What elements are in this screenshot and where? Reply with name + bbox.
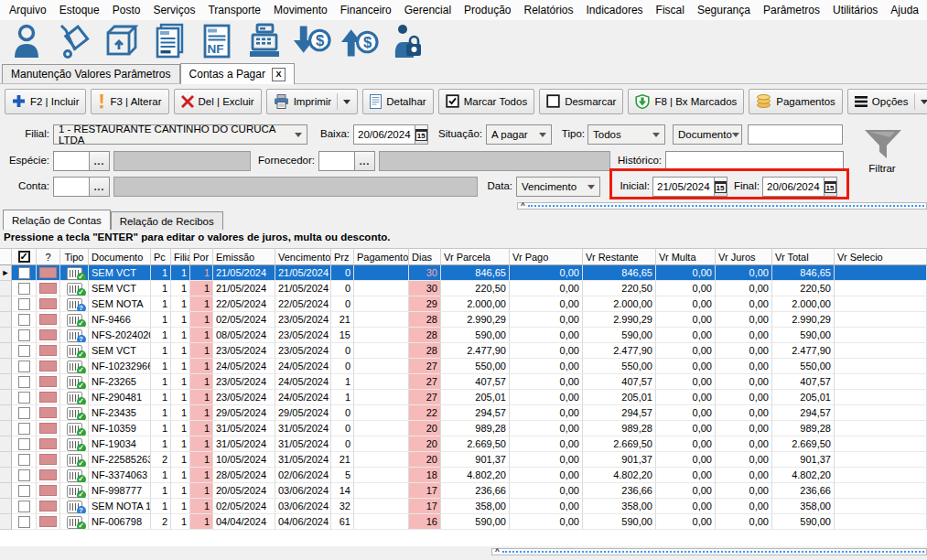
cell-row-checkbox[interactable] (12, 499, 37, 514)
cell-pago[interactable]: 0,00 (510, 312, 583, 328)
cell-multa[interactable]: 0,00 (656, 514, 716, 530)
row-checkbox[interactable] (18, 392, 30, 404)
menu-item-gerencial[interactable]: Gerencial (398, 1, 458, 19)
cell-emissao[interactable]: 21/05/2024 (213, 281, 275, 296)
cell-parcela[interactable]: 220,50 (441, 281, 510, 296)
cell-doc[interactable]: NF-19034 (89, 436, 151, 452)
cell-juros[interactable]: 0,00 (716, 312, 772, 328)
cell-status-color[interactable] (37, 296, 60, 312)
cell-doc-type[interactable]: ✓ (60, 421, 89, 436)
table-row[interactable]: ✓NF-2326511123/05/202424/05/2024127407,5… (0, 374, 927, 390)
desmarcar-button[interactable]: Desmarcar (539, 89, 623, 114)
table-row[interactable]: ►✓SEM VCT11121/05/202421/05/2024030846,6… (0, 265, 927, 281)
cell-vencimento[interactable]: 23/05/2024 (275, 312, 331, 328)
col-filial[interactable]: Filial (171, 248, 190, 265)
menu-item-indicadores[interactable]: Indicadores (580, 1, 650, 19)
cell-por[interactable]: 1 (190, 452, 213, 468)
cell-emissao[interactable]: 23/05/2024 (213, 343, 275, 359)
collapse-arrow-icon[interactable]: ^ (495, 549, 500, 555)
cell-multa[interactable]: 0,00 (656, 281, 716, 296)
cell-multa[interactable]: 0,00 (656, 265, 716, 281)
cell-row-checkbox[interactable] (12, 281, 37, 296)
col-por[interactable]: Por (190, 248, 213, 265)
dropdown-arrow-icon[interactable] (921, 100, 927, 108)
cell-dias[interactable]: 28 (409, 312, 441, 328)
col-prz[interactable]: Prz (331, 248, 354, 265)
cell-juros[interactable]: 0,00 (716, 436, 772, 452)
cell-emissao[interactable]: 21/05/2024 (213, 265, 275, 281)
cell-pagamento[interactable] (354, 436, 409, 452)
cell-pago[interactable]: 0,00 (510, 483, 583, 499)
cell-pc[interactable]: 1 (151, 405, 171, 421)
cell-pagamento[interactable] (354, 343, 409, 359)
cell-por[interactable]: 1 (190, 359, 213, 374)
cell-restante[interactable]: 407,57 (583, 374, 656, 390)
row-indicator[interactable] (0, 343, 12, 359)
col-vr-total[interactable]: Vr Total (772, 248, 835, 265)
row-indicator[interactable] (0, 405, 12, 421)
cell-parcela[interactable]: 407,57 (441, 374, 510, 390)
cell-prz[interactable]: 0 (331, 421, 354, 436)
row-checkbox[interactable] (18, 329, 30, 341)
row-indicator[interactable] (0, 468, 12, 483)
cell-filial[interactable]: 1 (171, 421, 190, 436)
invoice-icon[interactable] (149, 22, 189, 60)
cell-vencimento[interactable]: 23/05/2024 (275, 343, 331, 359)
cell-juros[interactable]: 0,00 (716, 328, 772, 343)
campo-documento-combobox[interactable]: Documento (673, 124, 742, 145)
row-indicator[interactable] (0, 483, 12, 499)
cell-dias[interactable]: 28 (409, 328, 441, 343)
cell-parcela[interactable]: 2.477,90 (441, 343, 510, 359)
cell-emissao[interactable]: 20/05/2024 (213, 483, 275, 499)
cell-selecionado[interactable] (835, 452, 927, 468)
cell-por[interactable]: 1 (190, 468, 213, 483)
cell-restante[interactable]: 2.000,00 (583, 296, 656, 312)
cell-doc[interactable]: NF-998777 (89, 483, 151, 499)
cell-multa[interactable]: 0,00 (656, 452, 716, 468)
cell-restante[interactable]: 550,00 (583, 359, 656, 374)
cell-pc[interactable]: 1 (151, 421, 171, 436)
cell-restante[interactable]: 2.990,29 (583, 312, 656, 328)
cell-pago[interactable]: 0,00 (510, 405, 583, 421)
cell-row-checkbox[interactable] (12, 328, 37, 343)
cell-juros[interactable]: 0,00 (716, 421, 772, 436)
cell-restante[interactable]: 236,66 (583, 483, 656, 499)
cell-pago[interactable]: 0,00 (510, 359, 583, 374)
cell-total[interactable]: 236,66 (772, 483, 835, 499)
cell-total[interactable]: 2.669,50 (772, 436, 835, 452)
cell-total[interactable]: 590,00 (772, 514, 835, 530)
cell-doc-type[interactable]: ✓ (60, 405, 89, 421)
cell-pagamento[interactable] (354, 390, 409, 405)
cell-prz[interactable]: 0 (331, 281, 354, 296)
cell-doc-type[interactable]: ✓ (60, 359, 89, 374)
menu-item-arquivo[interactable]: Arquivo (3, 1, 53, 19)
cell-por[interactable]: 1 (190, 312, 213, 328)
cell-selecionado[interactable] (835, 328, 927, 343)
cell-status-color[interactable] (37, 436, 60, 452)
handtruck-icon[interactable] (54, 22, 93, 60)
situacao-combobox[interactable]: A pagar (486, 124, 552, 145)
cell-selecionado[interactable] (835, 436, 927, 452)
table-row[interactable]: ✓NF-1035911131/05/202431/05/2024020989,2… (0, 421, 927, 436)
cell-selecionado[interactable] (835, 374, 927, 390)
row-indicator[interactable] (0, 499, 12, 514)
cell-juros[interactable]: 0,00 (716, 514, 772, 530)
cell-vencimento[interactable]: 31/05/2024 (275, 452, 331, 468)
cell-doc-type[interactable]: ? (60, 499, 89, 514)
table-row[interactable]: ?SEM NOTA11122/05/202422/05/20240292.000… (0, 296, 927, 312)
cell-por[interactable]: 1 (190, 499, 213, 514)
cell-dias[interactable]: 20 (409, 452, 441, 468)
menu-item-producao[interactable]: Produção (458, 1, 517, 19)
cell-doc-type[interactable]: ✓ (60, 312, 89, 328)
menu-item-transporte[interactable]: Transporte (201, 1, 267, 19)
table-row[interactable]: ✓NF-00679821104/04/202404/06/20246116590… (0, 514, 927, 530)
cell-pagamento[interactable] (354, 296, 409, 312)
table-row[interactable]: ✓NF-1023296611124/05/202424/05/202402755… (0, 359, 927, 374)
cell-pagamento[interactable] (354, 468, 409, 483)
imprimir-button[interactable]: Imprimir (266, 89, 359, 114)
row-indicator[interactable] (0, 281, 12, 296)
col-tipo[interactable]: Tipo (60, 248, 89, 265)
cell-emissao[interactable]: 02/05/2024 (213, 312, 275, 328)
cell-total[interactable]: 2.000,00 (772, 296, 835, 312)
col-pagamento[interactable]: Pagamento (354, 248, 409, 265)
